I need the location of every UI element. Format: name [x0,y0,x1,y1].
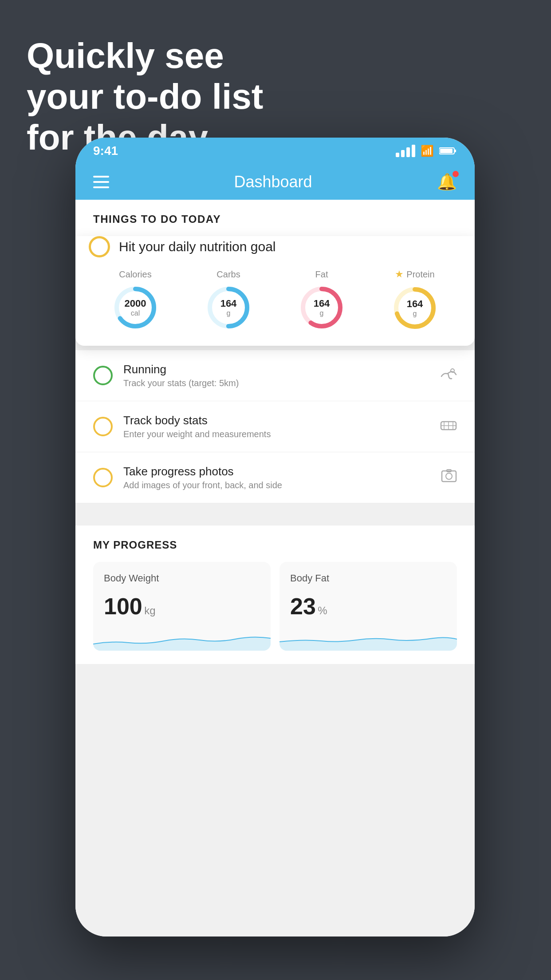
running-icon [439,368,457,384]
protein-donut: 164 g [390,284,439,332]
wifi-icon: 📶 [421,145,434,157]
stat-fat: Fat 164 g [297,269,346,332]
body-fat-card: Body Fat 23 % [279,562,457,651]
headline-line1: Quickly see [27,36,263,76]
fat-donut: 164 g [297,283,346,332]
protein-label: ★ Protein [395,269,434,280]
status-time: 9:41 [93,144,118,158]
body-weight-card: Body Weight 100 kg [93,562,271,651]
body-weight-unit: kg [144,605,155,616]
headline-line2: your to-do list [27,76,263,117]
carbs-donut: 164 g [204,283,253,332]
phone-frame: 9:41 📶 Dashboard 🔔 [75,138,475,937]
svg-rect-1 [440,149,453,153]
calories-label: Calories [119,269,151,280]
svg-rect-16 [442,471,456,482]
todo-item-body-stats[interactable]: Track body stats Enter your weight and m… [75,401,475,452]
photos-name: Take progress photos [123,465,430,478]
carbs-label: Carbs [216,269,240,280]
svg-rect-2 [454,150,456,152]
body-stats-name: Track body stats [123,414,429,427]
weight-wave [93,624,271,651]
body-stats-radio [93,417,113,436]
running-name: Running [123,363,429,376]
star-icon: ★ [395,269,404,280]
signal-icon [396,145,415,157]
nav-title: Dashboard [234,173,312,191]
body-weight-value: 100 [104,593,142,619]
photos-icon [441,468,457,487]
notification-bell[interactable]: 🔔 [437,173,457,191]
progress-cards: Body Weight 100 kg B [93,562,457,651]
stat-carbs: Carbs 164 g [204,269,253,332]
scroll-content: THINGS TO DO TODAY Hit your daily nutrit… [75,200,475,664]
hamburger-menu[interactable] [93,176,109,188]
nutrition-radio[interactable] [89,236,110,257]
progress-section: MY PROGRESS Body Weight 100 kg [75,526,475,664]
body-fat-label: Body Fat [290,573,446,584]
battery-icon [439,146,457,155]
body-fat-unit: % [318,605,327,616]
photos-desc: Add images of your front, back, and side [123,480,430,490]
things-header: THINGS TO DO TODAY [75,200,475,236]
notification-dot [453,171,459,177]
status-icons: 📶 [396,145,457,157]
body-weight-label: Body Weight [104,573,260,584]
phone-content: THINGS TO DO TODAY Hit your daily nutrit… [75,200,475,937]
todo-list: Running Track your stats (target: 5km) [75,350,475,503]
progress-title: MY PROGRESS [93,539,457,551]
body-stats-desc: Enter your weight and measurements [123,429,429,439]
fat-wave [279,624,457,651]
photos-radio [93,468,113,487]
stat-calories: Calories 2000 cal [111,269,160,332]
stat-protein: ★ Protein 164 g [390,269,439,332]
svg-point-17 [446,473,452,479]
nutrition-title: Hit your daily nutrition goal [119,239,276,254]
running-radio [93,366,113,385]
calories-donut: 2000 cal [111,283,160,332]
body-fat-value: 23 [290,593,316,619]
running-desc: Track your stats (target: 5km) [123,378,429,388]
todo-item-running[interactable]: Running Track your stats (target: 5km) [75,350,475,401]
todo-item-photos[interactable]: Take progress photos Add images of your … [75,452,475,503]
fat-label: Fat [315,269,328,280]
body-stats-icon [440,418,457,435]
status-bar: 9:41 📶 [75,138,475,164]
nav-bar: Dashboard 🔔 [75,164,475,200]
nutrition-card-header: Hit your daily nutrition goal [89,236,461,257]
nutrition-stats: Calories 2000 cal [89,269,461,332]
